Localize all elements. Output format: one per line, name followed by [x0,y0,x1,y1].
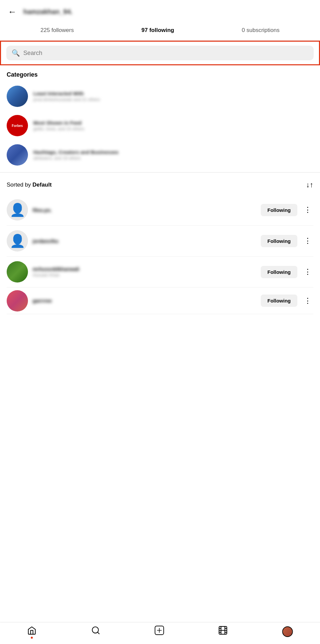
search-bar[interactable]: 🔍 [6,46,314,60]
list-item: mrhussnblkhanwali Hussain Khan Following… [7,257,313,288]
nav-reels[interactable] [218,626,228,637]
following-button[interactable]: Following [261,235,297,247]
avatar [7,261,28,283]
search-input[interactable] [23,50,308,57]
category-list: Least Interacted With prod.drinkshouseat… [0,82,320,170]
svg-line-1 [98,632,99,634]
default-avatar-icon: 👤 [10,203,25,217]
following-button[interactable]: Following [261,266,297,278]
user-info-2: jordancthu [33,238,256,244]
default-avatar-icon: 👤 [10,234,25,248]
username-title: hamzakhan_94. [23,8,73,16]
section-divider [0,172,320,173]
category-avatar-3 [7,144,28,166]
bottom-navigation [0,622,320,644]
followers-tab[interactable]: 225 followers [41,27,74,34]
list-item[interactable]: Least Interacted With prod.drinkshouseat… [7,82,313,111]
list-item: garrrree Following ⋮ [7,288,313,314]
subscriptions-tab[interactable]: 0 subscriptions [242,27,279,34]
more-options-button[interactable]: ⋮ [302,295,313,307]
home-icon [27,626,37,637]
more-options-button[interactable]: ⋮ [302,204,313,216]
search-icon: 🔍 [12,49,20,57]
profile-avatar [282,626,293,637]
user-info-1: filou.ps. [33,207,256,213]
sort-row: Sorted by Default ↓↑ [0,175,320,195]
following-list: 👤 filou.ps. Following ⋮ 👤 jordancthu Fol… [0,195,320,314]
list-item[interactable]: Forbes Most Shown in Feed gettin, brew, … [7,111,313,140]
user-info-3: mrhussnblkhanwali Hussain Khan [33,266,256,278]
nav-home[interactable] [27,626,37,637]
more-options-button[interactable]: ⋮ [302,235,313,247]
category-text-1: Least Interacted With prod.drinkshouseat… [33,91,100,102]
category-avatar-2: Forbes [7,115,28,136]
reels-icon [218,626,228,637]
create-icon [155,626,164,637]
category-text-3: Hashtags, Creators and Businesses athlew… [33,149,119,161]
following-tab[interactable]: 97 following [142,27,174,34]
list-item: 👤 filou.ps. Following ⋮ [7,195,313,226]
avatar: 👤 [7,230,28,252]
category-avatar-1 [7,86,28,107]
list-item: 👤 jordancthu Following ⋮ [7,226,313,257]
search-highlighted-wrapper: 🔍 [0,41,320,65]
page-header: ← hamzakhan_94. [0,0,320,22]
more-options-button[interactable]: ⋮ [302,266,313,278]
home-dot [31,637,33,639]
user-info-4: garrrree [33,298,256,304]
forbes-label: Forbes [7,115,28,136]
list-item[interactable]: Hashtags, Creators and Businesses athlew… [7,140,313,170]
nav-profile[interactable] [282,626,293,637]
following-button[interactable]: Following [261,204,297,216]
sort-toggle-icon[interactable]: ↓↑ [306,181,313,189]
nav-create[interactable] [155,626,164,637]
following-button[interactable]: Following [261,295,297,307]
categories-title: Categories [0,65,320,82]
search-nav-icon [91,626,100,637]
stats-row: 225 followers 97 following 0 subscriptio… [0,22,320,41]
category-text-2: Most Shown in Feed gettin, brew, and 15 … [33,120,84,131]
nav-search[interactable] [91,626,100,637]
sort-label: Sorted by Default [7,182,52,188]
avatar: 👤 [7,199,28,221]
back-button[interactable]: ← [7,5,18,18]
avatar [7,290,28,312]
